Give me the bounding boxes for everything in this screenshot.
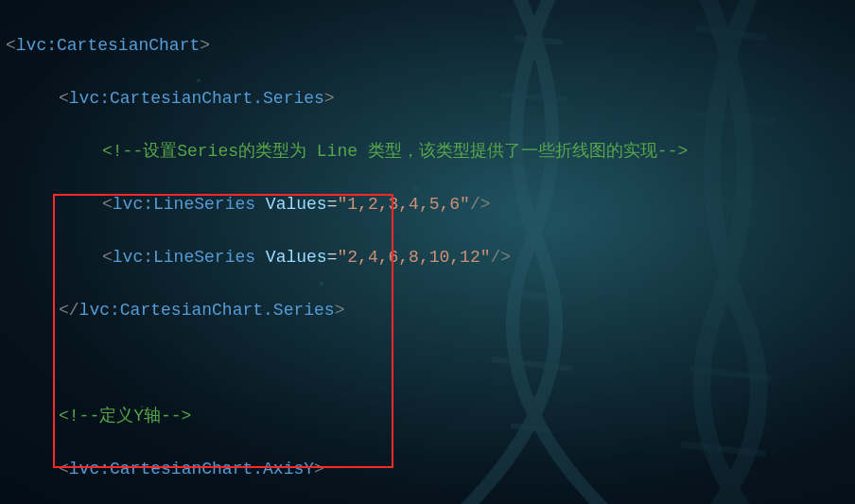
code-line: <lvc:CartesianChart.Series>: [6, 85, 855, 112]
code-line: <lvc:LineSeries Values="1,2,3,4,5,6"/>: [6, 191, 855, 217]
code-line: <lvc:CartesianChart>: [6, 32, 855, 59]
code-line: </lvc:CartesianChart.Series>: [6, 297, 855, 323]
code-line: <lvc:CartesianChart.AxisY>: [6, 456, 855, 482]
code-line: <!--设置Series的类型为 Line 类型，该类型提供了一些折线图的实现-…: [6, 138, 855, 165]
code-line: <!--定义Y轴-->: [6, 403, 855, 429]
blank-line: [6, 350, 855, 376]
code-editor[interactable]: <lvc:CartesianChart> <lvc:CartesianChart…: [0, 0, 855, 504]
code-line: <lvc:LineSeries Values="2,4,6,8,10,12"/>: [6, 244, 855, 270]
